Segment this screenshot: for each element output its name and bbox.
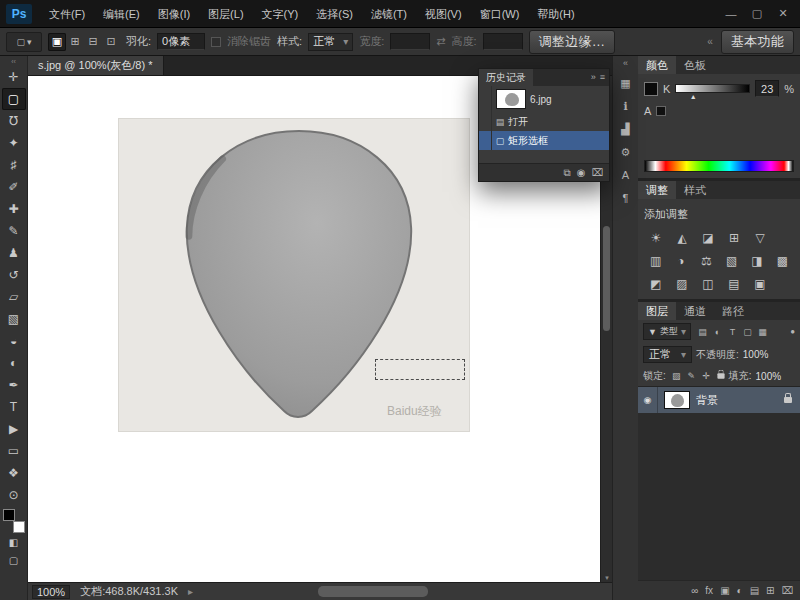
add-selection-icon[interactable]: ⊞	[66, 33, 84, 51]
shape-tool[interactable]: ▭	[2, 440, 26, 462]
close-button[interactable]: ✕	[770, 4, 796, 24]
magic-wand-tool[interactable]: ✦	[2, 132, 26, 154]
layer-filter-kind-dropdown[interactable]: ▼ 类型 ▾	[643, 323, 691, 340]
rectangular-marquee-tool[interactable]: ▢	[2, 88, 26, 110]
foreground-color-chip[interactable]	[3, 509, 15, 521]
layer-group-icon[interactable]: ▤	[750, 585, 759, 596]
menu-layer[interactable]: 图层(L)	[199, 0, 252, 28]
dock-icon-properties[interactable]: ⚙	[616, 142, 636, 162]
vertical-scroll-thumb[interactable]	[603, 226, 610, 331]
layer-filter-icon[interactable]: ▢	[740, 324, 755, 340]
hand-tool[interactable]: ❖	[2, 462, 26, 484]
dock-icon-navigator[interactable]: ▦	[616, 73, 636, 93]
move-tool[interactable]: ✛	[2, 66, 26, 88]
brush-tool[interactable]: ✎	[2, 220, 26, 242]
tab-swatches[interactable]: 色板	[676, 56, 714, 74]
adjustment-icon[interactable]: ◫	[696, 274, 720, 293]
horizontal-scroll-thumb[interactable]	[318, 586, 428, 597]
maximize-button[interactable]: ▢	[744, 4, 770, 24]
zoom-level-field[interactable]: 100%	[32, 585, 70, 599]
screen-mode-icon[interactable]: ▢	[2, 551, 26, 569]
delete-state-icon[interactable]: ⌧	[591, 167, 603, 178]
adjustment-icon[interactable]: ▩	[771, 251, 794, 270]
blur-tool[interactable]: ◒	[2, 330, 26, 352]
menu-edit[interactable]: 编辑(E)	[94, 0, 149, 28]
adjustment-icon[interactable]: ⚖	[695, 251, 718, 270]
menu-view[interactable]: 视图(V)	[416, 0, 471, 28]
feather-input[interactable]: 0像素	[157, 33, 205, 50]
gradient-tool[interactable]: ▧	[2, 308, 26, 330]
history-snapshot-row[interactable]: 6.jpg	[479, 86, 609, 112]
menu-filter[interactable]: 滤镜(T)	[362, 0, 416, 28]
new-selection-icon[interactable]: ▣	[48, 33, 66, 51]
layer-thumbnail[interactable]	[664, 391, 690, 409]
adjustment-icon[interactable]: ▨	[670, 274, 694, 293]
adjustment-icon[interactable]: ⊞	[722, 228, 746, 247]
history-collapse-icon[interactable]: »	[591, 69, 600, 86]
adjustment-icon[interactable]: ▣	[748, 274, 772, 293]
k-value-field[interactable]: 23	[755, 80, 779, 97]
history-source-cell[interactable]	[479, 131, 492, 150]
history-source-cell[interactable]	[479, 112, 492, 131]
collapse-chevron-icon[interactable]: «	[707, 36, 713, 47]
width-input[interactable]	[390, 33, 430, 50]
color-spectrum-ramp[interactable]	[644, 160, 794, 172]
menu-image[interactable]: 图像(I)	[149, 0, 199, 28]
minimize-button[interactable]: —	[718, 4, 744, 24]
tab-paths[interactable]: 路径	[714, 302, 752, 320]
eyedropper-tool[interactable]: ✐	[2, 176, 26, 198]
menu-help[interactable]: 帮助(H)	[528, 0, 583, 28]
adjustment-icon[interactable]: ◨	[745, 251, 768, 270]
adjustment-icon[interactable]: ▽	[748, 228, 772, 247]
swap-dimensions-icon[interactable]: ⇄	[436, 35, 445, 48]
lock-option-icon[interactable]: ▨	[670, 369, 683, 383]
pen-tool[interactable]: ✒	[2, 374, 26, 396]
refine-edge-button[interactable]: 调整边缘…	[529, 30, 616, 54]
quick-mask-icon[interactable]: ◧	[2, 533, 26, 551]
lock-option-icon[interactable]: ✛	[700, 369, 713, 383]
menu-type[interactable]: 文字(Y)	[253, 0, 308, 28]
adjustment-icon[interactable]: ▤	[722, 274, 746, 293]
layer-filter-icon[interactable]: ▤	[695, 324, 710, 340]
adjustment-icon[interactable]: ◑	[669, 251, 692, 270]
k-slider-marker[interactable]: ▲	[690, 93, 697, 100]
toolbar-collapse-icon[interactable]: ‹‹	[11, 57, 16, 66]
layer-filter-icon[interactable]: ◐	[710, 324, 725, 340]
layer-filter-icon[interactable]: T	[725, 324, 740, 340]
dock-icon-paragraph[interactable]: ¶	[616, 188, 636, 208]
dock-icon-info[interactable]: ℹ	[616, 96, 636, 116]
tab-color[interactable]: 颜色	[638, 56, 676, 74]
menu-select[interactable]: 选择(S)	[307, 0, 362, 28]
layer-style-icon[interactable]: fx	[705, 585, 713, 596]
adjustment-icon[interactable]: ◪	[696, 228, 720, 247]
history-state-marquee[interactable]: ▢ 矩形选框	[479, 131, 609, 150]
menu-file[interactable]: 文件(F)	[40, 0, 94, 28]
history-menu-icon[interactable]: ≡	[600, 69, 609, 86]
path-selection-tool[interactable]: ▶	[2, 418, 26, 440]
eraser-tool[interactable]: ▱	[2, 286, 26, 308]
fill-value[interactable]: 100%	[756, 371, 782, 382]
filter-toggle-icon[interactable]: ●	[790, 327, 795, 336]
document-tab[interactable]: s.jpg @ 100%(灰色/8) *	[28, 56, 164, 75]
antialias-checkbox[interactable]	[211, 37, 221, 47]
lock-option-icon[interactable]: ✎	[685, 369, 698, 383]
background-color-chip[interactable]	[13, 521, 25, 533]
history-panel-header[interactable]: 历史记录 » ≡	[479, 69, 609, 86]
opacity-value[interactable]: 100%	[743, 349, 769, 360]
layer-mask-icon[interactable]: ▣	[720, 585, 729, 596]
menu-window[interactable]: 窗口(W)	[471, 0, 529, 28]
layer-name[interactable]: 背景	[696, 393, 784, 408]
adjustment-icon[interactable]: ▥	[644, 251, 667, 270]
adjustment-icon[interactable]: ☀	[644, 228, 668, 247]
new-layer-icon[interactable]: ⊞	[766, 585, 774, 596]
new-snapshot-icon[interactable]: ◉	[577, 167, 586, 178]
adjustment-icon[interactable]: ◭	[670, 228, 694, 247]
adjustment-icon[interactable]: ◩	[644, 274, 668, 293]
healing-brush-tool[interactable]: ✚	[2, 198, 26, 220]
adjustment-icon[interactable]: ▧	[720, 251, 743, 270]
tool-preset-picker[interactable]: ▢▾	[6, 32, 42, 52]
crop-tool[interactable]: ♯	[2, 154, 26, 176]
dodge-tool[interactable]: ◐	[2, 352, 26, 374]
style-dropdown[interactable]: 正常▾	[308, 33, 353, 51]
type-tool[interactable]: T	[2, 396, 26, 418]
